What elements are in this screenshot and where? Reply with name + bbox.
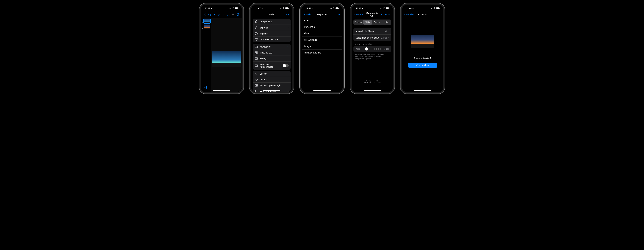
export-movie-row[interactable]: Filme (302, 30, 342, 37)
ok-button[interactable]: OK (280, 13, 290, 16)
frame-rate-row[interactable]: Velocidade de Projeção 24 fps› (354, 35, 391, 41)
export-powerpoint-row[interactable]: PowerPoint (302, 24, 342, 30)
keynote-live-row[interactable]: Usar Keynote Live (253, 37, 290, 42)
export-gif-row[interactable]: GIF Animado (302, 37, 342, 43)
export-images-row[interactable]: Imagens (302, 43, 342, 50)
svg-rect-16 (255, 39, 258, 40)
collab-icon[interactable] (227, 13, 230, 16)
svg-rect-17 (255, 46, 258, 48)
notes-icon (255, 65, 258, 67)
page-title: Exportar (414, 13, 431, 16)
page-title: Mais (264, 13, 280, 16)
svg-rect-27 (256, 90, 257, 92)
export-theme-row[interactable]: Tema do Keynote (302, 50, 342, 56)
share-button[interactable]: Compartilhar (408, 63, 437, 68)
tv-icon (255, 38, 258, 41)
navigator-view-row[interactable]: Navegador ✓ (253, 44, 290, 50)
svg-rect-34 (386, 8, 388, 9)
export-button[interactable]: Exportar (380, 13, 390, 16)
seg-large[interactable]: Grande (372, 20, 382, 25)
slide-thumbnail[interactable] (204, 19, 210, 23)
svg-point-25 (255, 73, 257, 74)
export-icon (255, 26, 258, 29)
wifi-icon (433, 8, 436, 9)
svg-point-7 (233, 15, 234, 15)
chevron-right-icon: › (388, 30, 389, 33)
battery-icon (386, 8, 389, 9)
play-icon[interactable] (213, 13, 216, 16)
export-info: Duração: 0 seg Resolução: 480 × 270 (352, 80, 393, 92)
animate-row[interactable]: Animar (253, 77, 290, 82)
export-row[interactable]: Exportar › (253, 25, 290, 31)
battery-icon (336, 8, 339, 9)
chevron-left-icon (304, 13, 305, 16)
rehearse-icon (255, 84, 258, 87)
svg-rect-23 (255, 58, 258, 60)
slide-thumbnail[interactable] (204, 25, 210, 29)
search-row[interactable]: Buscar (253, 71, 290, 77)
back-icon[interactable] (204, 13, 206, 16)
svg-rect-1 (235, 8, 238, 9)
doc-icon[interactable] (236, 13, 239, 16)
wifi-icon (282, 8, 284, 9)
chevron-right-icon: › (288, 90, 289, 92)
svg-rect-11 (286, 8, 288, 9)
animate-icon (255, 79, 258, 81)
seg-xl[interactable]: XG (382, 20, 391, 25)
rehearse-row[interactable]: Ensaiar Apresentação (253, 82, 290, 88)
slide-canvas[interactable] (211, 18, 242, 92)
battery-icon (436, 8, 440, 9)
wifi-icon (383, 8, 385, 9)
add-slide-button[interactable]: + (203, 86, 206, 89)
share-row[interactable]: Compartilhar (253, 19, 290, 25)
print-icon (255, 33, 258, 35)
slide-navigator[interactable]: 1 2 (201, 18, 211, 92)
export-preview-thumbnail (411, 35, 434, 48)
editor-toolbar (201, 11, 242, 18)
share-icon (255, 20, 258, 23)
cancel-button[interactable]: Cancelar (404, 13, 414, 16)
more-icon[interactable] (232, 13, 234, 16)
outline-row[interactable]: Esboço (253, 56, 290, 61)
svg-rect-8 (237, 13, 239, 16)
phone-gif-options: 11:48 ↗ Cancelar Opções de GIF Exportar … (350, 3, 395, 94)
seg-small[interactable]: Pequeno (354, 20, 363, 25)
battery-icon (285, 8, 289, 9)
plus-icon[interactable] (222, 13, 225, 16)
page-title: Exportar (314, 13, 330, 16)
ok-button[interactable]: OK (330, 13, 340, 16)
svg-rect-24 (255, 65, 258, 67)
wifi-icon (333, 8, 335, 9)
checkmark-icon: ✓ (286, 45, 289, 48)
undo-icon[interactable] (208, 13, 211, 16)
export-pdf-row[interactable]: PDF (302, 17, 342, 24)
outline-icon (255, 57, 258, 60)
size-segmented-control[interactable]: Pequeno Médio Grande XG (354, 20, 391, 25)
page-title: Opções de GIF (364, 12, 380, 17)
presenter-notes-row[interactable]: Notas do Apresentador (253, 61, 290, 70)
wifi-icon (232, 8, 234, 9)
svg-rect-2 (238, 8, 238, 9)
auto-advance-header: AVANÇO AUTOMÁTICO (352, 41, 393, 46)
seg-medium[interactable]: Médio (363, 20, 372, 25)
slide-range-row[interactable]: Intervalo de Slides 1–2› (354, 28, 391, 35)
slider-thumb[interactable] (365, 47, 368, 51)
auto-advance-slider[interactable]: 0 seg 1 seg (354, 46, 391, 52)
auto-advance-footnote: O tempo é aplicado a eventos de toque us… (352, 52, 393, 61)
svg-point-5 (232, 15, 233, 15)
allow-remote-row[interactable]: Permitir Remote › (253, 88, 290, 92)
brush-icon[interactable] (218, 13, 220, 16)
light-table-row[interactable]: Mesa de Luz (253, 50, 290, 56)
cancel-button[interactable]: Cancelar (354, 13, 364, 16)
navigator-icon (255, 46, 258, 48)
svg-rect-37 (436, 8, 439, 9)
presenter-notes-toggle[interactable] (283, 64, 289, 67)
svg-rect-38 (439, 8, 440, 9)
svg-point-3 (228, 14, 229, 15)
slide-content[interactable] (212, 51, 241, 67)
svg-rect-21 (255, 53, 256, 54)
back-button[interactable]: Mais (304, 13, 314, 16)
print-row[interactable]: Imprimir (253, 31, 290, 37)
svg-rect-12 (288, 8, 288, 9)
phone-editor: 11:47 ↗ 1 2 + (199, 3, 244, 94)
